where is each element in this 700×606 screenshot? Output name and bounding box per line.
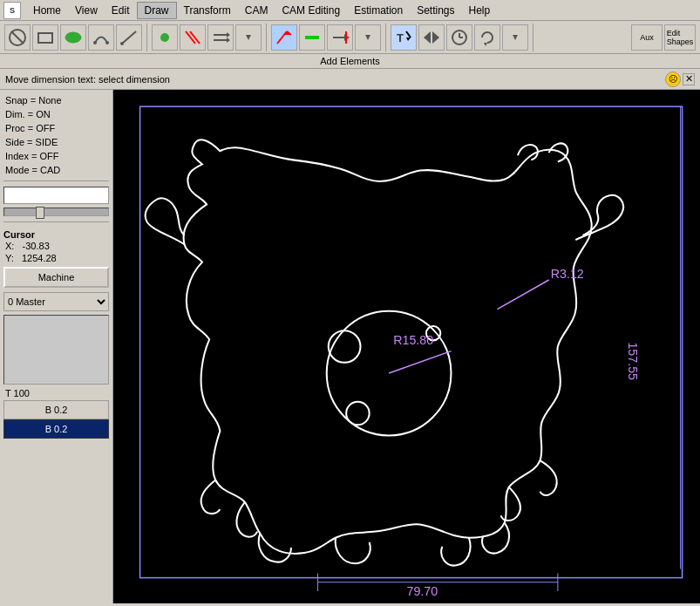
toolbar-right: Aux Edit Shapes xyxy=(630,24,697,51)
master-select[interactable]: 0 Master xyxy=(3,292,109,311)
dot-btn[interactable] xyxy=(152,24,178,51)
svg-line-25 xyxy=(406,31,411,37)
preview-box xyxy=(3,315,109,385)
svg-text:T: T xyxy=(397,31,404,44)
menu-home[interactable]: Home xyxy=(26,3,68,18)
index-info: Index = OFF xyxy=(3,149,109,163)
svg-text:157.55: 157.55 xyxy=(626,342,640,380)
svg-marker-28 xyxy=(432,31,439,44)
cross-line-btn[interactable] xyxy=(180,24,206,51)
arrow-right-btn[interactable] xyxy=(327,24,353,51)
y-value: 1254.28 xyxy=(22,253,57,263)
slider-thumb[interactable] xyxy=(36,207,44,219)
toolbar-label: Add Elements xyxy=(0,54,700,69)
svg-point-7 xyxy=(120,42,124,45)
svg-line-41 xyxy=(389,351,451,373)
mode-info: Mode = CAD xyxy=(3,163,109,177)
svg-rect-2 xyxy=(38,33,52,43)
parallel-btn[interactable] xyxy=(207,24,234,51)
x-value: -30.83 xyxy=(23,241,50,251)
svg-marker-13 xyxy=(227,32,230,37)
svg-line-39 xyxy=(498,280,549,310)
cursor-label: Cursor xyxy=(3,229,109,240)
oval-btn[interactable] xyxy=(60,24,86,51)
svg-point-5 xyxy=(105,41,109,44)
clock-btn[interactable] xyxy=(446,24,472,51)
svg-marker-14 xyxy=(227,37,230,43)
close-btn[interactable]: ✕ xyxy=(683,73,695,85)
svg-line-1 xyxy=(11,31,24,44)
svg-marker-32 xyxy=(484,43,487,46)
green-line-btn[interactable] xyxy=(299,24,325,51)
dropdown-arrow-btn[interactable] xyxy=(235,24,262,51)
b-field: B 0.2 xyxy=(3,400,109,419)
b-selected[interactable]: B 0.2 xyxy=(3,419,109,439)
statusbar: Move dimension text: select dimension ☹ … xyxy=(0,69,700,90)
svg-point-4 xyxy=(93,41,97,44)
menu-settings[interactable]: Settings xyxy=(410,3,461,18)
search-input[interactable] xyxy=(3,187,109,204)
svg-marker-23 xyxy=(365,35,370,40)
menu-cam[interactable]: CAM xyxy=(238,3,275,18)
snap-info: Snap = None xyxy=(3,93,109,107)
menu-cam-editing[interactable]: CAM Editing xyxy=(275,3,347,18)
h-flip-btn[interactable] xyxy=(418,24,445,51)
left-panel: Snap = None Dim. = ON Proc = OFF Side = … xyxy=(0,90,113,603)
x-label: X: xyxy=(5,241,14,251)
y-coord: Y: 1254.28 xyxy=(3,252,109,264)
svg-point-8 xyxy=(160,33,169,42)
status-icon: ☹ xyxy=(665,71,681,87)
menu-transform[interactable]: Transform xyxy=(177,3,238,18)
menu-edit[interactable]: Edit xyxy=(105,3,137,18)
menubar: S Home View Edit Draw Transform CAM CAM … xyxy=(0,0,700,21)
svg-marker-33 xyxy=(513,35,518,40)
canvas-svg: R3.12 R15.80 157.55 79.70 xyxy=(113,90,700,603)
move-text-btn[interactable]: T xyxy=(391,24,417,51)
machine-button[interactable]: Machine xyxy=(3,267,109,288)
y-label: Y: xyxy=(5,253,14,263)
svg-marker-15 xyxy=(246,35,251,40)
svg-text:R15.80: R15.80 xyxy=(393,333,433,347)
toolbar-group-2 xyxy=(151,24,267,51)
divider2 xyxy=(3,221,109,222)
slider-track[interactable] xyxy=(3,208,109,216)
t-label: T 100 xyxy=(3,386,109,400)
aux-shapes-btn[interactable]: Aux xyxy=(631,24,663,51)
svg-point-3 xyxy=(65,32,81,43)
status-message: Move dimension text: select dimension xyxy=(5,74,662,85)
side-info: Side = SIDE xyxy=(3,135,109,149)
toolbar-group-3 xyxy=(270,24,386,51)
x-coord: X: -30.83 xyxy=(3,240,109,252)
menu-estimation[interactable]: Estimation xyxy=(347,3,410,18)
refresh-btn[interactable] xyxy=(474,24,500,51)
edit-shapes-btn[interactable]: Edit Shapes xyxy=(664,24,696,51)
transform-btn[interactable] xyxy=(271,24,297,51)
line-btn[interactable] xyxy=(116,24,142,51)
curve-btn[interactable] xyxy=(88,24,114,51)
canvas-area[interactable]: R3.12 R15.80 157.55 79.70 xyxy=(113,90,700,603)
svg-text:R3.12: R3.12 xyxy=(551,267,584,281)
dropdown-arrow-btn2[interactable] xyxy=(355,24,381,51)
menu-draw[interactable]: Draw xyxy=(137,2,177,19)
svg-marker-27 xyxy=(424,31,431,44)
svg-text:79.70: 79.70 xyxy=(407,584,438,598)
menu-view[interactable]: View xyxy=(68,3,105,18)
toolbar-group-4: T xyxy=(390,24,533,51)
toolbar: T Aux Edit Shapes xyxy=(0,21,700,54)
dim-info: Dim. = ON xyxy=(3,107,109,121)
toolbar-group-1 xyxy=(3,24,147,51)
app-logo: S xyxy=(3,2,21,19)
menu-help[interactable]: Help xyxy=(462,3,498,18)
divider1 xyxy=(3,180,109,181)
main: Snap = None Dim. = ON Proc = OFF Side = … xyxy=(0,90,700,603)
svg-line-6 xyxy=(122,31,136,44)
svg-marker-26 xyxy=(406,37,411,41)
dropdown-arrow-btn3[interactable] xyxy=(502,24,528,51)
circle-slash-btn[interactable] xyxy=(4,24,31,51)
rect-btn[interactable] xyxy=(32,24,58,51)
svg-point-37 xyxy=(346,402,370,426)
proc-info: Proc = OFF xyxy=(3,121,109,135)
